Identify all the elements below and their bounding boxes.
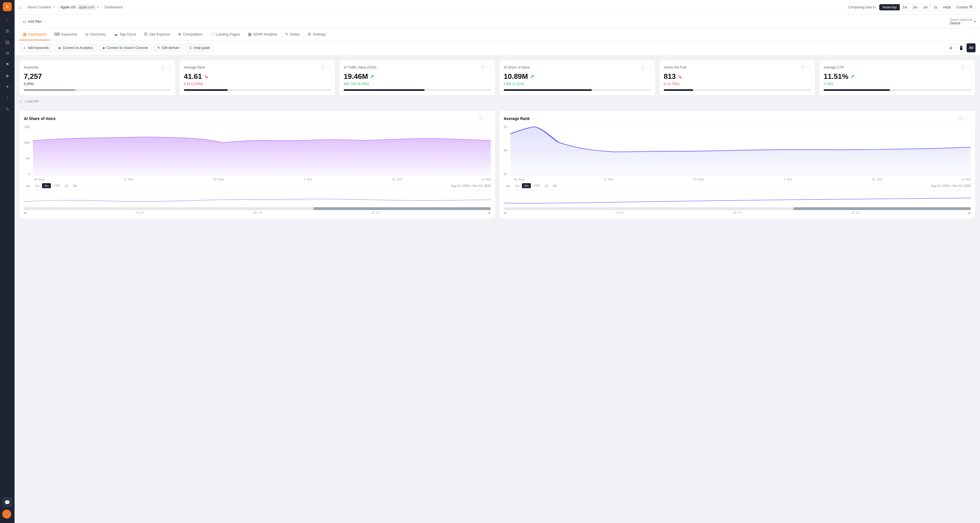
help-icon: ⓘ [189, 46, 192, 50]
sidebar-logo[interactable]: S [3, 2, 12, 11]
tab-discovery[interactable]: ◎ Discovery [81, 29, 110, 40]
kpi-keywords-value: 7,257 [24, 72, 171, 81]
add-keywords-button[interactable]: ＋ Add keywords [19, 44, 52, 52]
kpi-avg-rank-menu-icon[interactable]: ⋯ [326, 65, 331, 70]
compare-2w[interactable]: 2w [910, 4, 920, 10]
kpi-card-keywords: Keywords ⓘ ⋯ 7,257 0 (0%) [19, 60, 176, 96]
desktop-view-button[interactable]: 🖥 [947, 43, 955, 52]
chart-rank-info-icon[interactable]: ⓘ [959, 116, 963, 121]
segments-caret-icon: ▾ [974, 20, 975, 24]
tab-dashboard[interactable]: ▦ Dashboard [19, 29, 50, 40]
kpi-avg-ctr-info-icon[interactable]: ⓘ [961, 65, 965, 70]
help-guide-button[interactable]: ⓘ Help guide [185, 44, 213, 52]
scroll-left-arrow-icon[interactable]: ◀ [24, 211, 26, 214]
kpi-traffic-value-info-icon[interactable]: ⓘ [481, 65, 485, 70]
tab-competitors[interactable]: ⊕ Competitors [174, 29, 207, 40]
sidebar-item-layers[interactable]: ⧉ [2, 48, 12, 58]
chart-sov-1m[interactable]: 1m [33, 183, 41, 188]
chart-sov-3m[interactable]: 3m [42, 183, 51, 188]
rank-scroll-right-arrow-icon[interactable]: ▶ [969, 211, 971, 214]
chart-sov-all[interactable]: All [71, 183, 79, 188]
tab-settings[interactable]: ⚙ Settings [304, 29, 330, 40]
kpi-above-fold-menu-icon[interactable]: ⋯ [806, 65, 811, 70]
charts-section: AI Share of Voice ⓘ ⋯ 15M 10M 5M 0 [14, 111, 980, 223]
tab-notes[interactable]: ✎ Notes [281, 29, 304, 40]
sidebar-avatar[interactable]: 🦝 [2, 510, 11, 518]
compare-initial[interactable]: Initial [940, 4, 954, 10]
sidebar-item-flag[interactable]: ⚑ [2, 59, 12, 69]
sidebar-item-grid[interactable]: ⊞ [2, 26, 12, 36]
notes-tab-icon: ✎ [285, 32, 288, 36]
sidebar-item-chat[interactable]: 💬 [2, 497, 12, 507]
breadcrumb-demo-content[interactable]: Demo Content [27, 5, 51, 9]
serp-tab-icon: ▦ [248, 32, 251, 36]
saved-segments-dropdown[interactable]: Saved segments Default ▾ [950, 18, 975, 25]
mobile-icon: 📱 [959, 46, 964, 50]
chart-sov-scrollbar[interactable] [24, 207, 491, 210]
chart-sov-menu-icon[interactable]: ⋯ [485, 115, 491, 122]
chart-rank-menu-icon[interactable]: ⋯ [965, 115, 971, 122]
kpi-avg-rank-info-icon[interactable]: ⓘ [321, 65, 325, 70]
kpi-keywords-menu-icon[interactable]: ⋯ [167, 65, 171, 70]
kpi-above-fold-info-icon[interactable]: ⓘ [801, 65, 805, 70]
chart-rank-scrollbar[interactable] [504, 207, 971, 210]
sidebar-item-upload[interactable]: ↑ [2, 93, 12, 103]
compare-1m[interactable]: 1m [920, 4, 931, 10]
kpi-avg-ctr-menu-icon[interactable]: ⋯ [966, 65, 971, 70]
chart-sov-1y[interactable]: 1y [63, 183, 70, 188]
chart-rank-ytd[interactable]: YTD [531, 183, 542, 188]
tab-keywords[interactable]: ⌨ Keywords [50, 29, 81, 40]
sidebar: S ⌂ ⊞ ▤ ⧉ ⚑ ◈ ✦ ↑ ✎ 💬 🦝 [0, 0, 14, 523]
tab-serp-analysis[interactable]: ▦ SERP Analysis [244, 29, 281, 40]
kpi-traffic-value-menu-icon[interactable]: ⋯ [486, 65, 491, 70]
kpi-share-of-voice-menu-icon[interactable]: ⋯ [646, 65, 651, 70]
chart-rank-svg-container [511, 125, 971, 176]
chart-sov-area: 15M 10M 5M 0 [24, 125, 491, 176]
chart-rank-all[interactable]: All [551, 183, 558, 188]
sidebar-item-chart[interactable]: ▤ [2, 37, 12, 47]
scroll-right-arrow-icon[interactable]: ▶ [488, 211, 491, 214]
compare-1y[interactable]: 1y [931, 4, 940, 10]
connect-search-console-button[interactable]: ◈ Connect to Search Console [99, 44, 151, 52]
tab-landing-pages[interactable]: ⬚ Landing Pages [207, 29, 244, 40]
chart-sov-1w[interactable]: 1w [24, 183, 32, 188]
sidebar-item-pencil[interactable]: ✎ [2, 104, 12, 114]
chart-rank-1w[interactable]: 1w [504, 183, 512, 188]
mobile-view-button[interactable]: 📱 [956, 43, 966, 52]
add-kpi-button[interactable]: ＋ + Add KPI [19, 97, 975, 106]
chart-sov-scrollbar-thumb [313, 207, 491, 210]
sidebar-item-home[interactable]: ⌂ [2, 14, 12, 25]
kpi-keywords-info-icon[interactable]: ⓘ [161, 65, 165, 70]
sidebar-item-tag[interactable]: ◈ [2, 70, 12, 81]
chart-rank-3m[interactable]: 3m [522, 183, 531, 188]
kpi-card-traffic-value: AI Traffic Value (USD) ⓘ ⋯ 19.46M ↗ 580.… [339, 60, 496, 96]
edit-domain-button[interactable]: ✎ Edit domain [154, 44, 183, 52]
breadcrumb-apple[interactable]: Apple US apple.com ▾ [60, 5, 99, 10]
sidebar-item-bolt[interactable]: ✦ [2, 82, 12, 92]
chart-sov-ytd[interactable]: YTD [51, 183, 62, 188]
add-filter-button[interactable]: ⚏ Add filter [19, 17, 46, 25]
rank-scroll-left-arrow-icon[interactable]: ◀ [504, 211, 506, 214]
chart-sov-title: AI Share of Voice [24, 116, 477, 121]
chart-rank-1m[interactable]: 1m [513, 183, 521, 188]
compare-1w[interactable]: 1w [900, 4, 910, 10]
kpi-keywords-title: Keywords [24, 65, 159, 69]
tag-cloud-tab-icon: ☁ [114, 32, 118, 36]
tab-tag-cloud[interactable]: ☁ Tag Cloud [110, 29, 140, 40]
kpi-avg-ctr-value: 11.51% ↗ [824, 72, 971, 81]
compare-yesterday[interactable]: Yesterday [879, 4, 900, 10]
all-view-button[interactable]: All [967, 43, 975, 52]
home-button[interactable]: ⌂ [19, 5, 22, 10]
kpi-share-of-voice-info-icon[interactable]: ⓘ [641, 65, 645, 70]
chart-rank-time-btns: 1w 1m 3m YTD 1y All [504, 183, 558, 188]
kpi-share-of-voice-title: AI Share of Voice [504, 65, 640, 69]
connect-analytics-button[interactable]: ◈ Connect to Analytics [54, 44, 97, 52]
content-area: ⚏ Add filter Saved segments Default ▾ ▦ … [14, 14, 980, 523]
compare-custom[interactable]: Custom 📅 [954, 4, 975, 10]
tab-site-explorer[interactable]: ⛓ Site Explorer [140, 29, 174, 40]
chart-sov-info-icon[interactable]: ⓘ [479, 116, 483, 121]
chart-rank-1y[interactable]: 1y [542, 183, 550, 188]
kpi-cards-row: Keywords ⓘ ⋯ 7,257 0 (0%) Average R [19, 60, 975, 96]
kpi-keywords-delta: 0 (0%) [24, 82, 171, 86]
kpi-above-fold-bar [664, 89, 811, 91]
